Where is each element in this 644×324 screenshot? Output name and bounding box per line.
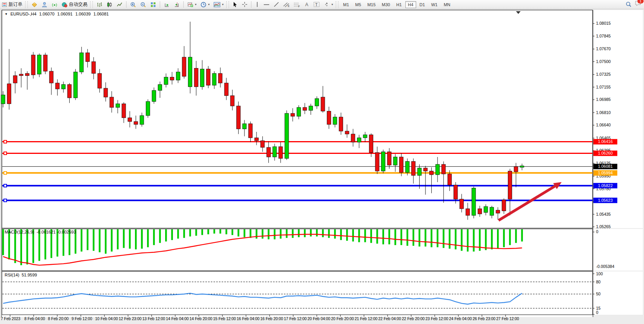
svg-text:12 Feb 23:00: 12 Feb 23:00 xyxy=(119,317,142,321)
quote-open: 1.06070 xyxy=(39,12,55,16)
svg-text:24 Feb 04:00: 24 Feb 04:00 xyxy=(449,317,472,321)
svg-text:1.06810: 1.06810 xyxy=(596,110,611,115)
svg-text:1.05435: 1.05435 xyxy=(596,212,611,217)
quote-low: 1.06039 xyxy=(75,12,91,16)
svg-text:22 Feb 04:00: 22 Feb 04:00 xyxy=(378,317,401,321)
svg-text:14 Feb 20:00: 14 Feb 20:00 xyxy=(190,317,212,321)
svg-text:9 Feb 12:00: 9 Feb 12:00 xyxy=(72,317,92,321)
symbol-period-label: EURUSD-,H4 xyxy=(10,12,36,16)
svg-text:15: 15 xyxy=(596,306,601,310)
svg-text:100: 100 xyxy=(596,271,603,276)
svg-text:27 Feb 12:00: 27 Feb 12:00 xyxy=(496,317,519,321)
svg-text:8 Feb 20:00: 8 Feb 20:00 xyxy=(48,317,69,321)
macd-indicator-label: MACD(12,26,9) -0.001621 -0.002593 xyxy=(5,230,76,234)
rsi-indicator-label: RSI(14) 51.9599 xyxy=(5,273,37,277)
svg-text:1.06640: 1.06640 xyxy=(596,123,611,127)
svg-text:1.05994: 1.05994 xyxy=(598,171,613,175)
quote-close: 1.06081 xyxy=(93,12,109,16)
svg-text:22 Feb 20:00: 22 Feb 20:00 xyxy=(402,317,425,321)
svg-text:20 Feb 20:00: 20 Feb 20:00 xyxy=(331,317,354,321)
mt4-terminal: { "toolbar": { "new_order": "新订单", "auto… xyxy=(0,0,644,324)
svg-text:-0.005384: -0.005384 xyxy=(596,264,614,269)
svg-text:1.05822: 1.05822 xyxy=(598,183,613,188)
svg-text:13 Feb 12:00: 13 Feb 12:00 xyxy=(142,317,165,321)
chart-symbol-header[interactable]: ▼ EURUSD-,H4 1.06070 1.06091 1.06039 1.0… xyxy=(5,12,109,16)
svg-text:1.07155: 1.07155 xyxy=(596,85,611,89)
chevron-down-icon[interactable]: ▼ xyxy=(5,12,8,16)
svg-text:16 Feb 20:00: 16 Feb 20:00 xyxy=(260,317,283,321)
svg-text:20 Feb 04:00: 20 Feb 04:00 xyxy=(307,317,330,321)
rsi-value: 51.9599 xyxy=(22,273,37,277)
svg-text:1.05265: 1.05265 xyxy=(596,224,611,229)
svg-text:21 Feb 12:00: 21 Feb 12:00 xyxy=(355,317,378,321)
svg-text:1.07845: 1.07845 xyxy=(596,34,611,38)
svg-text:1.06260: 1.06260 xyxy=(598,151,613,155)
svg-text:14 Feb 04:00: 14 Feb 04:00 xyxy=(166,317,189,321)
quote-high: 1.06091 xyxy=(57,12,73,16)
svg-text:8 Feb 04:00: 8 Feb 04:00 xyxy=(24,317,45,321)
macd-values: -0.001621 -0.002593 xyxy=(36,230,76,234)
svg-text:1.07500: 1.07500 xyxy=(596,59,611,64)
svg-text:10 Feb 04:00: 10 Feb 04:00 xyxy=(95,317,118,321)
svg-text:7 Feb 2023: 7 Feb 2023 xyxy=(1,317,20,321)
svg-text:26 Feb 23:00: 26 Feb 23:00 xyxy=(473,317,495,321)
rsi-title: RSI(14) xyxy=(5,273,19,277)
svg-text:80: 80 xyxy=(596,280,601,284)
svg-text:1.05623: 1.05623 xyxy=(598,198,613,203)
svg-text:0: 0 xyxy=(596,229,598,234)
svg-text:50: 50 xyxy=(596,292,601,296)
chart-canvas[interactable]: 1.080151.078451.076701.075001.073251.071… xyxy=(0,0,644,324)
svg-text:1.07325: 1.07325 xyxy=(596,72,611,77)
svg-text:15 Feb 12:00: 15 Feb 12:00 xyxy=(213,317,236,321)
svg-text:1.07670: 1.07670 xyxy=(596,46,611,51)
macd-title: MACD(12,26,9) xyxy=(5,230,34,234)
svg-text:16 Feb 04:00: 16 Feb 04:00 xyxy=(237,317,260,321)
svg-text:1.08015: 1.08015 xyxy=(596,21,611,26)
svg-text:1.06081: 1.06081 xyxy=(598,164,613,169)
svg-text:17 Feb 12:00: 17 Feb 12:00 xyxy=(284,317,307,321)
svg-text:1.06985: 1.06985 xyxy=(596,97,611,102)
svg-text:0: 0 xyxy=(596,310,598,315)
svg-text:1.06416: 1.06416 xyxy=(598,139,613,144)
svg-text:23 Feb 12:00: 23 Feb 12:00 xyxy=(425,317,448,321)
